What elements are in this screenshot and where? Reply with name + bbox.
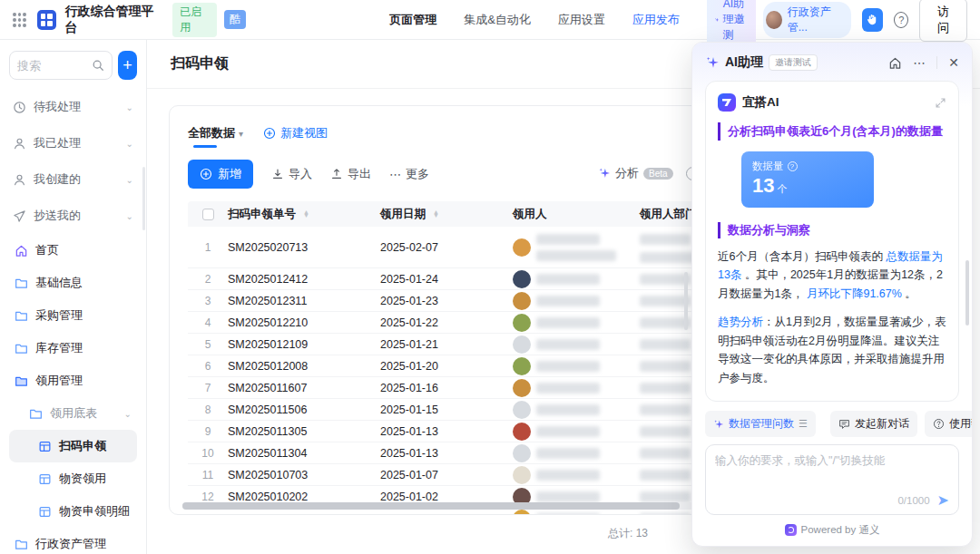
assistant-widget-icon[interactable]	[862, 8, 883, 32]
person-cell	[513, 466, 640, 484]
redacted-dept	[640, 470, 691, 481]
folder-icon	[15, 309, 28, 323]
view-tab-all-data[interactable]: 全部数据▾	[188, 125, 243, 141]
person-cell	[513, 292, 640, 310]
ai-assistant-nav-badge[interactable]: AI助理邀测	[707, 0, 757, 45]
expand-icon[interactable]	[935, 97, 946, 109]
clock-icon	[13, 101, 26, 114]
redacted-dept	[640, 339, 691, 350]
sidebar-group-created[interactable]: 我创建的⌄	[9, 161, 137, 198]
skill-chip[interactable]: 数据管理问数 ☰	[705, 411, 816, 437]
date-cell: 2025-02-07	[380, 241, 513, 254]
user-check-icon	[13, 137, 26, 151]
export-button[interactable]: 导出	[330, 166, 371, 182]
avatar	[513, 444, 531, 462]
sidebar-item-basic-info[interactable]: 基础信息	[9, 267, 137, 299]
sidebar-scrollbar[interactable]	[142, 167, 145, 230]
avatar	[766, 11, 781, 29]
sparkle-icon	[705, 55, 720, 70]
avatar	[513, 238, 531, 257]
order-no-cell: SM2025010703	[228, 469, 380, 481]
sort-icon[interactable]: ▲▼	[303, 210, 309, 218]
current-app-pill[interactable]: 行政资产管...	[763, 2, 851, 38]
row-index: 1	[205, 241, 211, 254]
chat-icon	[838, 418, 850, 430]
yida-ai-name: 宜搭AI	[742, 94, 779, 111]
help-icon[interactable]: ?	[894, 12, 908, 28]
cool-badge: 酷	[224, 10, 246, 29]
sidebar-item-scan-apply[interactable]: 扫码申领	[9, 430, 137, 462]
main-scrollbar[interactable]	[684, 272, 688, 330]
sidebar-search[interactable]	[9, 51, 113, 80]
order-no-cell: SM2025012412	[228, 273, 380, 286]
date-cell: 2025-01-13	[380, 447, 513, 460]
row-index: 6	[205, 360, 211, 373]
header-right: 行政资产管... ? 访问	[763, 0, 967, 42]
tab-page-manage[interactable]: 页面管理	[389, 12, 436, 28]
person-cell	[513, 401, 640, 419]
hand-icon	[866, 13, 879, 26]
sidebar-item-inventory[interactable]: 库存管理	[9, 332, 137, 364]
sidebar-item-admin-asset[interactable]: 行政资产管理	[9, 528, 137, 554]
ai-paragraph: 近6个月（含本月）扫码申领表的 总数据量为13条 。其中，2025年1月的数据量…	[718, 248, 946, 304]
app-grid-icon[interactable]	[13, 13, 26, 27]
add-record-button[interactable]: 新增	[188, 160, 253, 189]
sidebar-item-material-use[interactable]: 物资领用	[9, 462, 137, 495]
more-button[interactable]: ⋯ 更多	[389, 166, 429, 182]
help-chip[interactable]: 使用帮助	[925, 411, 973, 437]
person-cell	[513, 379, 640, 397]
sidebar-item-requisition-base[interactable]: 领用底表⌄	[9, 397, 137, 430]
sidebar-group-todo[interactable]: 待我处理⌄	[9, 89, 137, 125]
tab-integration[interactable]: 集成&自动化	[464, 12, 531, 28]
avatar	[513, 270, 531, 288]
ai-input-box[interactable]: 0/1000 ➤	[705, 444, 959, 515]
date-cell: 2025-01-20	[380, 360, 513, 373]
send-icon[interactable]: ➤	[937, 493, 949, 508]
more-icon[interactable]: ⋯	[913, 56, 926, 69]
tab-app-publish[interactable]: 应用发布	[632, 12, 680, 28]
sidebar-group-cc[interactable]: 抄送我的⌄	[9, 198, 137, 234]
home-icon[interactable]	[888, 56, 902, 70]
tab-app-settings[interactable]: 应用设置	[558, 12, 605, 28]
new-view-button[interactable]: 新建视图	[263, 125, 328, 141]
sidebar-item-purchase[interactable]: 采购管理	[9, 299, 137, 332]
redacted-name	[536, 470, 600, 481]
search-input[interactable]	[17, 59, 88, 73]
add-button[interactable]: +	[118, 51, 137, 80]
redacted-dept	[640, 361, 691, 372]
redacted-name	[536, 491, 600, 502]
ai-panel-scrollbar[interactable]	[965, 260, 969, 326]
sort-icon[interactable]: ▲▼	[433, 210, 439, 218]
new-chat-chip[interactable]: 发起新对话	[830, 411, 917, 437]
select-all-checkbox[interactable]	[202, 209, 214, 220]
ai-paragraph: 趋势分析：从1月到2月，数据量显著减少，表明扫码申领活动在2月份明显降温。建议关…	[718, 313, 946, 388]
sidebar-item-requisition[interactable]: 领用管理	[9, 364, 137, 397]
row-index: 5	[205, 338, 211, 351]
analyze-button[interactable]: 分析 Beta	[598, 165, 673, 181]
ai-panel-footer: Powered by 通义	[692, 515, 972, 546]
ai-input-field[interactable]	[715, 453, 949, 490]
sidebar-item-home[interactable]: 首页	[9, 234, 137, 267]
chevron-down-icon: ⌄	[126, 211, 133, 221]
beta-badge: Beta	[643, 168, 673, 180]
folder-icon	[15, 277, 28, 290]
avatar	[513, 314, 531, 332]
sidebar: + 待我处理⌄ 我已处理⌄ 我创建的⌄ 抄送我的⌄ 首页 基础信息 采购管	[0, 40, 147, 554]
ai-divider-text: ---	[718, 397, 946, 402]
row-index: 2	[205, 273, 211, 286]
order-no-cell: SM2025011304	[228, 447, 380, 460]
redacted-name	[536, 404, 600, 415]
avatar	[513, 401, 531, 419]
import-button[interactable]: 导入	[271, 166, 312, 182]
person-cell	[513, 444, 640, 462]
upload-icon	[330, 168, 343, 180]
redacted-name	[536, 426, 600, 437]
visit-button[interactable]: 访问	[919, 0, 967, 42]
sidebar-group-done[interactable]: 我已处理⌄	[9, 125, 137, 161]
divider	[936, 56, 937, 69]
redacted-name	[536, 448, 600, 459]
info-icon[interactable]: ?	[788, 161, 798, 171]
sidebar-item-material-detail[interactable]: 物资申领明细	[9, 495, 137, 528]
close-icon[interactable]: ✕	[948, 56, 959, 69]
order-no-cell: SM2025010201	[228, 512, 380, 516]
